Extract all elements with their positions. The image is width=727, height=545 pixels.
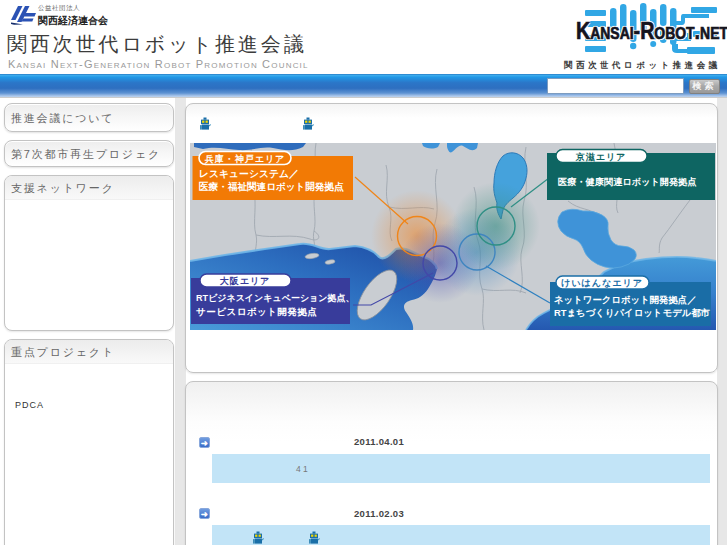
svg-text:レスキューシステム／: レスキューシステム／ (199, 168, 299, 179)
svg-text:RTビジネスインキュベーション拠点、: RTビジネスインキュベーション拠点、 (196, 293, 355, 303)
svg-text:兵庫・神戸エリア: 兵庫・神戸エリア (204, 153, 286, 164)
svg-text:大阪エリア: 大阪エリア (220, 276, 271, 286)
svg-text:医療・健康関連ロボット開発拠点: 医療・健康関連ロボット開発拠点 (558, 176, 697, 187)
svg-text:けいはんなエリア: けいはんなエリア (561, 278, 643, 288)
svg-text:医療・福祉関連ロボット開発拠点: 医療・福祉関連ロボット開発拠点 (199, 181, 344, 192)
svg-text:RTまちづくりパイロットモデル都市: RTまちづくりパイロットモデル都市 (554, 307, 711, 318)
svg-text:サービスロボット開発拠点: サービスロボット開発拠点 (196, 306, 318, 317)
svg-text:京滋エリア: 京滋エリア (575, 152, 627, 162)
svg-text:ネットワークロボット開発拠点／: ネットワークロボット開発拠点／ (554, 294, 697, 305)
